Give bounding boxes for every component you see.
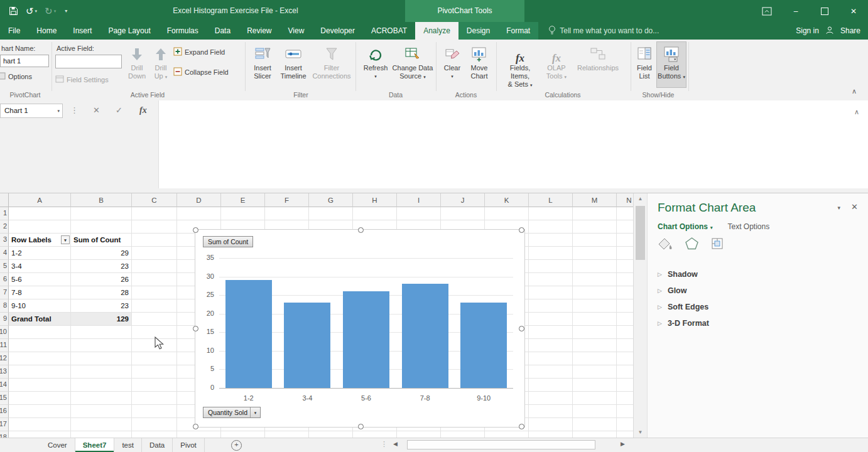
cell-m4[interactable] — [573, 247, 617, 260]
cell-b15[interactable] — [71, 392, 132, 405]
cell-c9[interactable] — [132, 313, 177, 326]
ribbon-tab-data[interactable]: Data — [207, 22, 239, 40]
new-sheet-button[interactable]: + — [231, 440, 242, 451]
cell-b12[interactable] — [71, 352, 132, 365]
row-header-3[interactable]: 3 — [0, 234, 9, 247]
cell-l5[interactable] — [529, 260, 573, 273]
cell-m6[interactable] — [573, 273, 617, 286]
cell-n11[interactable] — [617, 339, 633, 352]
cell-j18[interactable] — [441, 431, 485, 438]
column-header-l[interactable]: L — [529, 193, 573, 207]
ribbon-tab-file[interactable]: File — [0, 22, 28, 40]
cell-a8[interactable]: 9-10 — [9, 299, 71, 313]
cell-e18[interactable] — [221, 431, 265, 438]
name-box[interactable]: Chart 1 ▾ — [0, 104, 63, 118]
cell-a4[interactable]: 1-2 — [9, 247, 71, 260]
column-header-f[interactable]: F — [265, 193, 309, 207]
cell-a3[interactable]: Row Labels▾ — [9, 234, 71, 247]
cell-c16[interactable] — [132, 405, 177, 418]
cell-b3[interactable]: Sum of Count — [71, 234, 132, 247]
cell-a11[interactable] — [9, 339, 71, 352]
value-field-button[interactable]: Sum of Count — [203, 236, 253, 247]
row-header-5[interactable]: 5 — [0, 260, 9, 273]
cell-k18[interactable] — [485, 431, 529, 438]
chart-bar-3-4[interactable] — [284, 303, 330, 388]
cell-m12[interactable] — [573, 352, 617, 365]
cell-c4[interactable] — [132, 247, 177, 260]
cell-l13[interactable] — [529, 365, 573, 379]
row-header-6[interactable]: 6 — [0, 273, 9, 286]
chart-bar-5-6[interactable] — [343, 291, 389, 388]
cell-b18[interactable] — [71, 431, 132, 438]
cell-b4[interactable]: 29 — [71, 247, 132, 260]
row-header-4[interactable]: 4 — [0, 247, 9, 260]
cell-b11[interactable] — [71, 339, 132, 352]
cell-l17[interactable] — [529, 418, 573, 431]
axis-field-caret-icon[interactable]: ▾ — [250, 407, 260, 417]
selection-handle[interactable] — [193, 326, 198, 331]
cell-n6[interactable] — [617, 273, 633, 286]
ribbon-tab-review[interactable]: Review — [239, 22, 279, 40]
cell-m15[interactable] — [573, 392, 617, 405]
fill-line-icon[interactable] — [656, 236, 674, 254]
cell-m7[interactable] — [573, 286, 617, 299]
cell-n17[interactable] — [617, 418, 633, 431]
scroll-up-icon[interactable]: ▲ — [634, 196, 647, 202]
fields-items-sets-button[interactable]: fx Fields, Items, & Sets ▾ — [500, 43, 540, 89]
row-header-16[interactable]: 16 — [0, 405, 9, 418]
cell-n13[interactable] — [617, 365, 633, 379]
cell-b17[interactable] — [71, 418, 132, 431]
cell-l11[interactable] — [529, 339, 573, 352]
axis-field-button[interactable]: Quantity Sold ▾ — [203, 407, 261, 418]
row-header-7[interactable]: 7 — [0, 286, 9, 299]
tab-split-handle-icon[interactable]: ⋮ — [381, 440, 388, 448]
ribbon-tab-page-layout[interactable]: Page Layout — [100, 22, 158, 40]
cell-n12[interactable] — [617, 352, 633, 365]
column-header-e[interactable]: E — [221, 193, 265, 207]
cell-a5[interactable]: 3-4 — [9, 260, 71, 273]
cell-c15[interactable] — [132, 392, 177, 405]
cell-g18[interactable] — [309, 431, 353, 438]
cell-m8[interactable] — [573, 299, 617, 313]
cell-m18[interactable] — [573, 431, 617, 438]
sign-in-link[interactable]: Sign in — [796, 26, 819, 35]
cell-k1[interactable] — [485, 207, 529, 220]
pane-section-soft-edges[interactable]: ▷Soft Edges — [658, 299, 709, 315]
maximize-button[interactable] — [810, 0, 839, 22]
row-header-12[interactable]: 12 — [0, 352, 9, 365]
cell-l8[interactable] — [529, 299, 573, 313]
cell-b14[interactable] — [71, 379, 132, 392]
enter-check-icon[interactable]: ✓ — [116, 105, 122, 115]
selection-handle[interactable] — [193, 424, 198, 429]
cell-a13[interactable] — [9, 365, 71, 379]
cell-b1[interactable] — [71, 207, 132, 220]
row-header-8[interactable]: 8 — [0, 299, 9, 313]
cell-n15[interactable] — [617, 392, 633, 405]
column-header-g[interactable]: G — [309, 193, 353, 207]
sheet-tab-test[interactable]: test — [114, 438, 142, 452]
cell-c5[interactable] — [132, 260, 177, 273]
selection-handle[interactable] — [193, 227, 198, 233]
cell-l18[interactable] — [529, 431, 573, 438]
column-header-k[interactable]: K — [485, 193, 529, 207]
share-button[interactable]: Share — [840, 26, 860, 35]
column-header-d[interactable]: D — [177, 193, 221, 207]
cell-n8[interactable] — [617, 299, 633, 313]
effects-pentagon-icon[interactable] — [684, 236, 700, 254]
ribbon-tab-view[interactable]: View — [280, 22, 313, 40]
chart-bar-9-10[interactable] — [460, 303, 507, 388]
row-header-1[interactable]: 1 — [0, 207, 9, 220]
pivot-chart[interactable]: 051015202530351-23-45-67-89-10 Sum of Co… — [195, 229, 525, 428]
cell-f18[interactable] — [265, 431, 309, 438]
cell-l2[interactable] — [529, 220, 573, 234]
vertical-scrollbar[interactable]: ▲ ▼ — [633, 193, 647, 438]
ribbon-tab-insert[interactable]: Insert — [65, 22, 100, 40]
ribbon-tab-design[interactable]: Design — [458, 22, 498, 40]
cell-m10[interactable] — [573, 326, 617, 339]
ribbon-tab-format[interactable]: Format — [498, 22, 538, 40]
row-header-13[interactable]: 13 — [0, 365, 9, 379]
cell-d18[interactable] — [177, 431, 221, 438]
cell-f1[interactable] — [265, 207, 309, 220]
selection-handle[interactable] — [519, 227, 524, 233]
cell-b13[interactable] — [71, 365, 132, 379]
